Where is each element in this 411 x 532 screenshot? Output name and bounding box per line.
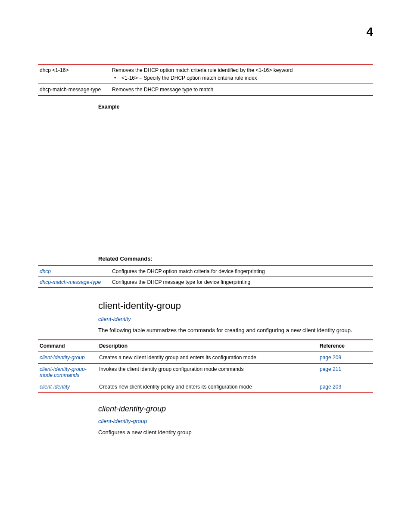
desc-cell: Removes the DHCP option match criteria r… (110, 64, 373, 84)
cmd-cell: client-identity-group-mode commands (38, 363, 97, 381)
cmd-cell: client-identity (38, 381, 97, 393)
link-page-211[interactable]: page 211 (320, 366, 341, 372)
related-commands-table: dhcp Configures the DHCP option match cr… (38, 265, 373, 288)
table-row: client-identity-group-mode commands Invo… (38, 363, 373, 381)
link-page-203[interactable]: page 203 (320, 384, 341, 390)
link-client-identity-group[interactable]: client-identity-group (40, 355, 85, 361)
command-summary-table: Command Description Reference client-ide… (38, 339, 373, 393)
content: dhcp <1-16> Removes the DHCP option matc… (38, 64, 373, 436)
desc-cell: Configures the DHCP message type for dev… (110, 277, 373, 288)
desc-cell: Creates a new client identity group and … (97, 352, 318, 363)
parameter-table: dhcp <1-16> Removes the DHCP option matc… (38, 64, 373, 96)
link-dhcp-match-message-type[interactable]: dhcp-match-message-type (40, 279, 101, 285)
table-end-rule (38, 288, 373, 288)
table-row: dhcp <1-16> Removes the DHCP option matc… (38, 64, 373, 84)
link-client-identity[interactable]: client-identity (98, 316, 373, 322)
link-client-identity-group-mode-commands[interactable]: client-identity-group-mode commands (40, 366, 87, 378)
table-row: client-identity Creates new client ident… (38, 381, 373, 393)
cmd-cell: client-identity-group (38, 352, 97, 363)
page: 4 dhcp <1-16> Removes the DHCP option ma… (0, 0, 411, 532)
bullet-line: • <1-16> – Specify the DHCP option match… (112, 75, 371, 81)
section-title-client-identity-group: client-identity-group (98, 300, 373, 311)
subsection-paragraph: Configures a new client identity group (98, 429, 373, 436)
link-client-identity[interactable]: client-identity (40, 384, 70, 390)
bullet-icon: • (112, 75, 118, 81)
link-dhcp[interactable]: dhcp (40, 268, 51, 274)
header-command: Command (38, 340, 97, 352)
cmd-cell: dhcp (38, 266, 110, 277)
bullet-text: <1-16> – Specify the DHCP option match c… (118, 75, 257, 81)
ref-cell: page 211 (318, 363, 373, 381)
table-row: dhcp-match-message-type Removes the DHCP… (38, 84, 373, 96)
table-row: client-identity-group Creates a new clie… (38, 352, 373, 363)
example-label: Example (98, 104, 373, 110)
table-row: dhcp Configures the DHCP option match cr… (38, 266, 373, 277)
header-reference: Reference (318, 340, 373, 352)
header-description: Description (97, 340, 318, 352)
ref-cell: page 203 (318, 381, 373, 393)
example-spacer (38, 113, 373, 255)
table-row: dhcp-match-message-type Configures the D… (38, 277, 373, 288)
link-client-identity-group-sub[interactable]: client-identity-group (98, 418, 373, 424)
desc-cell: Configures the DHCP option match criteri… (110, 266, 373, 277)
ref-cell: page 209 (318, 352, 373, 363)
desc-cell: Removes the DHCP message type to match (110, 84, 373, 96)
cmd-cell: dhcp-match-message-type (38, 277, 110, 288)
related-commands-heading: Related Commands: (98, 255, 373, 262)
param-cell: dhcp <1-16> (38, 64, 110, 84)
table-header-row: Command Description Reference (38, 340, 373, 352)
param-cell: dhcp-match-message-type (38, 84, 110, 96)
desc-cell: Creates new client identity policy and e… (97, 381, 318, 393)
link-page-209[interactable]: page 209 (320, 355, 341, 361)
desc-text: Removes the DHCP option match criteria r… (112, 67, 293, 73)
table-end-rule (38, 96, 373, 96)
subsection-title-client-identity-group: client-identity-group (98, 404, 373, 414)
table-end-rule (38, 393, 373, 393)
section-paragraph: The following table summarizes the comma… (98, 327, 373, 334)
chapter-number: 4 (366, 25, 373, 39)
desc-cell: Invokes the client identity group config… (97, 363, 318, 381)
